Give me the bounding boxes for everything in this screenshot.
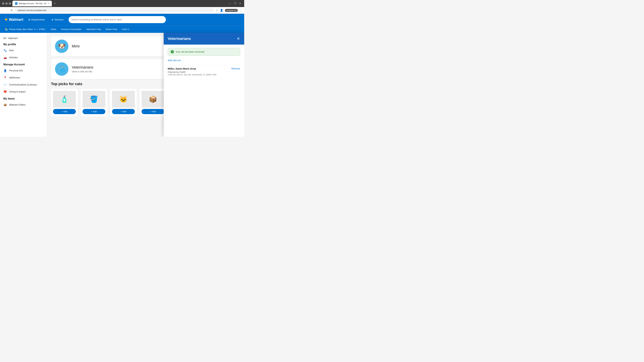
sidebar-item-personal-info[interactable]: 👤 Personal info bbox=[0, 67, 47, 74]
success-icon: ✓ bbox=[170, 50, 174, 53]
sidebar-item-walmart-plus[interactable]: W+ Walmart+ bbox=[0, 35, 47, 41]
pets-label: Pets bbox=[9, 49, 14, 52]
deals-link[interactable]: Deals bbox=[49, 27, 58, 31]
walmart-plus-icon: W+ bbox=[3, 37, 7, 39]
services-icon: ⊕ bbox=[52, 18, 54, 21]
departments-label: Departments bbox=[31, 18, 45, 21]
forward-button[interactable]: › bbox=[6, 8, 8, 12]
section-title-my-items: My items bbox=[0, 95, 47, 101]
close-window-button[interactable] bbox=[9, 2, 11, 5]
browser-window-controls: — ❐ ✕ bbox=[228, 2, 242, 5]
new-tab-button[interactable]: + bbox=[52, 1, 57, 6]
product-image-0: 🧴 bbox=[53, 91, 76, 108]
vet-entry-details: Miller, Dawn Marie Arnp Hopespring Healt… bbox=[168, 67, 216, 76]
section-title-my-profile: My profile bbox=[0, 41, 47, 47]
chevron-down-icon: ▾ bbox=[34, 28, 36, 30]
tab-title: Manage Account - Pet hub - W bbox=[19, 2, 46, 5]
product-image-3: 📦 bbox=[142, 91, 164, 108]
vet-panel-body: ✓ Your vet has been removed. Add new vet… bbox=[164, 44, 244, 137]
pet-avatar-mimi: 🐶 bbox=[55, 39, 68, 53]
walmart-header: ✦ Walmart ⊞ Departments ⊕ Services bbox=[0, 14, 244, 25]
browser-chrome: W Manage Account - Pet hub - W ✕ + — ❐ ✕ bbox=[0, 0, 244, 7]
heart-icon: ❤️ bbox=[3, 90, 7, 93]
logo-text: Walmart bbox=[9, 17, 23, 22]
product-card-0: 🧴 + Add bbox=[51, 89, 78, 116]
tab-favicon: W bbox=[15, 2, 18, 5]
add-product-0-button[interactable]: + Add bbox=[53, 109, 76, 114]
product-card-1: 🪣 + Add bbox=[80, 89, 107, 116]
addresses-label: Addresses bbox=[9, 76, 20, 79]
winter-prep-link[interactable]: Winter Prep bbox=[104, 27, 119, 31]
vehicles-icon: 🚗 bbox=[3, 56, 7, 59]
services-label: Services bbox=[54, 18, 64, 21]
back-button[interactable]: ‹ bbox=[2, 8, 4, 12]
more-icon[interactable]: ⋮ bbox=[240, 9, 242, 12]
product-image-1: 🪣 bbox=[82, 91, 105, 108]
services-button[interactable]: ⊕ Services bbox=[50, 17, 65, 22]
vet-panel-header: Veterinarians ✕ bbox=[164, 33, 244, 44]
package-icon: 📦 bbox=[3, 103, 7, 107]
giving-label: Giving & impact bbox=[9, 90, 26, 93]
valentines-link[interactable]: Valentine's Day bbox=[84, 27, 103, 31]
incognito-badge[interactable]: Incognito (3) bbox=[225, 9, 238, 12]
main-content: W+ Walmart+ My profile 🐾 Pets 🚗 Vehicles… bbox=[0, 33, 244, 137]
zip-code: 07094 bbox=[39, 28, 45, 30]
success-message: Your vet has been removed. bbox=[176, 50, 205, 53]
vehicles-label: Vehicles bbox=[9, 56, 18, 59]
vet-card-subtitle: View or edit vet info bbox=[72, 70, 93, 73]
add-product-1-button[interactable]: + Add bbox=[82, 109, 105, 114]
personal-info-label: Personal info bbox=[9, 69, 23, 72]
url-input[interactable] bbox=[15, 8, 214, 12]
product-image-2: 🐱 bbox=[112, 91, 135, 108]
grocery-link[interactable]: Grocery & Essentials bbox=[59, 27, 83, 31]
profile-icon[interactable]: 👤 bbox=[220, 9, 223, 12]
search-bar bbox=[68, 16, 166, 23]
browser-close[interactable]: ✕ bbox=[238, 2, 242, 5]
browser-minimize[interactable]: — bbox=[228, 2, 232, 5]
add-product-2-button[interactable]: + Add bbox=[112, 109, 135, 114]
vet-panel-title: Veterinarians bbox=[168, 36, 191, 41]
maximize-button[interactable] bbox=[5, 2, 8, 5]
mail-icon: ✉️ bbox=[3, 83, 7, 86]
vet-entry-practice: Hopespring Health bbox=[168, 71, 216, 73]
active-tab[interactable]: W Manage Account - Pet hub - W ✕ bbox=[12, 1, 52, 6]
spark-icon: ✦ bbox=[4, 17, 8, 22]
window-controls bbox=[2, 2, 11, 5]
walmart-logo[interactable]: ✦ Walmart bbox=[4, 17, 23, 22]
remove-vet-button[interactable]: Remove bbox=[232, 67, 240, 70]
vet-card-title: Veterinarians bbox=[72, 65, 93, 69]
product-card-3: 📦 + Add bbox=[140, 89, 166, 116]
vet-entry-address: 2790 Nw 43rd St, Ste 100, Gainesville, F… bbox=[168, 73, 216, 76]
browser-restore[interactable]: ❐ bbox=[233, 2, 237, 5]
product-card-2: 🐱 + Add bbox=[110, 89, 137, 116]
grid-icon: ⊞ bbox=[28, 18, 30, 21]
tab-bar: W Manage Account - Pet hub - W ✕ + bbox=[12, 1, 226, 6]
bookmark-icon[interactable]: ☆ bbox=[216, 9, 218, 12]
person-icon: 👤 bbox=[3, 69, 7, 72]
success-banner: ✓ Your vet has been removed. bbox=[168, 48, 240, 56]
location-icon: 📍 bbox=[3, 76, 7, 79]
refresh-button[interactable]: ↻ bbox=[10, 8, 14, 12]
sidebar-item-communications[interactable]: ✉️ Communications & privacy bbox=[0, 81, 47, 88]
sidebar-item-pets[interactable]: 🐾 Pets bbox=[0, 47, 47, 54]
departments-button[interactable]: ⊞ Departments bbox=[27, 17, 46, 22]
walmart-plus-label: Walmart+ bbox=[8, 37, 18, 39]
minimize-button[interactable] bbox=[2, 2, 4, 5]
pickup-button[interactable]: 🏪 Pickup today, 9pm-10pm ▾ | 07094 bbox=[3, 27, 46, 31]
tab-close-button[interactable]: ✕ bbox=[48, 2, 49, 5]
sub-nav: 🏪 Pickup today, 9pm-10pm ▾ | 07094 Deals… bbox=[0, 25, 244, 33]
sidebar-item-giving[interactable]: ❤️ Giving & impact bbox=[0, 88, 47, 95]
cold-link[interactable]: Cold, C... bbox=[120, 27, 133, 31]
add-product-3-button[interactable]: + Add bbox=[142, 109, 164, 114]
search-input[interactable] bbox=[71, 18, 163, 21]
vet-panel-close-button[interactable]: ✕ bbox=[236, 36, 240, 41]
pickup-label: Pickup today, 9pm-10pm bbox=[9, 28, 33, 30]
store-icon: 🏪 bbox=[5, 28, 8, 30]
sidebar-item-addresses[interactable]: 📍 Addresses bbox=[0, 74, 47, 81]
communications-label: Communications & privacy bbox=[9, 83, 37, 86]
pets-icon: 🐾 bbox=[3, 49, 7, 52]
address-bar: ‹ › ↻ ☆ 👤 Incognito (3) ⋮ bbox=[0, 7, 244, 14]
sidebar-item-vehicles[interactable]: 🚗 Vehicles bbox=[0, 54, 47, 61]
sidebar-item-walmart-orders[interactable]: 📦 Walmart Orders bbox=[0, 101, 47, 108]
add-new-vet-link[interactable]: Add new vet bbox=[168, 59, 240, 62]
